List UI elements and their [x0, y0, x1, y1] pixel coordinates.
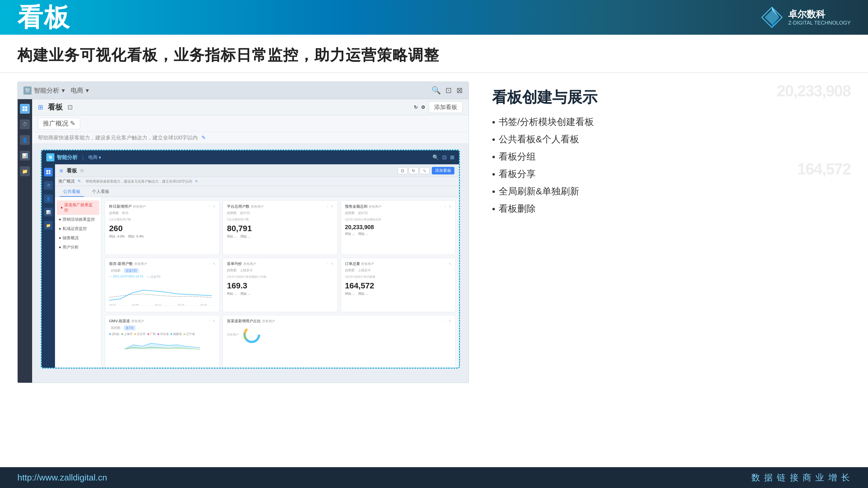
- right-panel-content: 20,233,908 164,572 看板创建与展示 书签/分析模块创建看板 公…: [492, 87, 850, 215]
- card2-header: 平台总用户数 所有用户 ⋮ ⤡: [227, 204, 333, 209]
- card8-ctrl1[interactable]: ⋮: [444, 319, 447, 323]
- inner-nav-module[interactable]: 电商 ▾: [88, 155, 101, 161]
- legend1: — 2021-10-07/2021-10-13: [109, 275, 143, 279]
- sidebar-icon-clock[interactable]: ⏱: [20, 120, 30, 129]
- card8-ctrl2[interactable]: ⤡: [448, 319, 451, 323]
- date-tab-7d[interactable]: 近7日: [124, 325, 135, 330]
- card6-header: 订单总量 所有用户 ⋮ ⤡: [345, 261, 451, 266]
- date-tab-bar[interactable]: 面积图: [109, 325, 122, 330]
- card5-change: 环比 ... 同比 ...: [227, 292, 333, 296]
- card1-subtitle: 所有用户: [133, 205, 146, 208]
- logo-icon: [760, 6, 783, 29]
- sub-item-sample[interactable]: 抽查概况: [55, 233, 101, 243]
- close-icon[interactable]: ⊠: [457, 86, 463, 95]
- card-gmv: GMV-按渠道 所有用户 ⋮ ⤡: [105, 315, 220, 368]
- inner-nav: 智 智能分析 | 电商 ▾ 🔍 ⊡: [42, 151, 459, 164]
- card2-value: 80,791: [227, 224, 333, 233]
- card5-ctrl2[interactable]: ⤡: [331, 262, 334, 265]
- date-tab-7days[interactable]: 过去7日: [124, 268, 138, 273]
- inner-close-icon[interactable]: ⊠: [450, 154, 455, 161]
- subtitle-text: 构建业务可视化看板，业务指标日常监控，助力运营策略调整: [18, 46, 439, 63]
- card1-ctrl1[interactable]: ⋮: [208, 204, 211, 208]
- card4-subtitle: 所有用户: [134, 262, 147, 265]
- sub-item-channel[interactable]: 渠道推广效果监控: [57, 200, 99, 215]
- date-tab-period[interactable]: 折线图: [109, 268, 122, 273]
- sidebar-icon-chart[interactable]: 📊: [20, 151, 30, 161]
- card2-meta: 趋势图 近67日: [227, 211, 333, 215]
- inner-desc-edit: ✎: [195, 180, 198, 184]
- sub-item-user[interactable]: 用户分析: [55, 243, 101, 252]
- card1-metric: 1次注册的用户数: [109, 218, 215, 222]
- footer: http://www.zalldigital.cn 数 据 链 接 商 业 增 …: [0, 467, 868, 488]
- refresh-icon[interactable]: ↻: [414, 104, 417, 110]
- sub-item-private[interactable]: 私域运营监控: [55, 224, 101, 233]
- inner-icon-btn-2[interactable]: ↻: [409, 167, 418, 174]
- inner-edit-icon: ⊡: [81, 168, 84, 173]
- svg-text:10-13: 10-13: [178, 304, 184, 306]
- feature-item-2: 看板分组: [492, 151, 850, 163]
- card3-subtitle: 所有用户: [369, 205, 381, 208]
- inner-sidebar-5[interactable]: 📁: [44, 221, 53, 230]
- card1-header: 昨日新增用户 所有用户 ⋮ ⤡: [109, 204, 215, 209]
- card1-controls: ⋮ ⤡: [208, 204, 215, 208]
- card4-controls: ⋮ ⤡: [208, 262, 215, 265]
- card2-ctrl1[interactable]: ⋮: [326, 204, 329, 208]
- inner-sidebar-4[interactable]: 📊: [44, 208, 53, 216]
- sidebar-icon-user[interactable]: 👤: [20, 135, 30, 145]
- inner-board-icon: ⊞: [60, 168, 63, 173]
- svg-rect-4: [23, 106, 25, 108]
- card4-ctrl1[interactable]: ⋮: [208, 262, 211, 265]
- inner-icon-btn-1[interactable]: ⊡: [398, 167, 407, 174]
- nav-smart-analysis[interactable]: 智 智能分析 ▾: [24, 86, 65, 95]
- inner-add-board-btn[interactable]: 添加看板: [432, 167, 455, 174]
- card-avg-price: 首单均价 所有用户 ⋮ ⤡: [223, 258, 338, 312]
- inner-sub-layout: 渠道推广效果监控 营销活动效果监控: [55, 197, 459, 368]
- svg-rect-11: [49, 172, 50, 174]
- tab-public-board[interactable]: 公共看板: [60, 188, 84, 197]
- outer-content-bar: ⊞ 看板 ⊡ ↻ ⚙ 添加看板: [32, 99, 469, 116]
- tab-personal-board[interactable]: 个人看板: [89, 188, 113, 197]
- search-icon[interactable]: 🔍: [432, 86, 441, 95]
- sidebar-icon-board[interactable]: [20, 104, 30, 114]
- card6-ctrl2[interactable]: ⤡: [448, 262, 451, 265]
- card1-ctrl2[interactable]: ⤡: [213, 204, 215, 208]
- tab-promotion[interactable]: 推广概况 ✎: [38, 118, 80, 129]
- card7-ctrl1[interactable]: ⋮: [208, 319, 211, 323]
- card4-ctrl2[interactable]: ⤡: [213, 262, 215, 265]
- card3-ctrl1[interactable]: ⋮: [444, 204, 447, 208]
- outer-body: ⏱ 👤 📊 📁 ⊞ 看板 ⊡ ↻ ⚙ 添加看板: [18, 99, 469, 383]
- inner-sidebar-2[interactable]: ⏱: [44, 181, 53, 190]
- inner-sidebar-3[interactable]: 👤: [44, 194, 53, 203]
- inner-sidebar-board[interactable]: [44, 168, 53, 176]
- card1-change: 环比 -4.0% 同比 -5.4%: [109, 234, 215, 239]
- card6-ctrl1[interactable]: ⋮: [444, 262, 447, 265]
- inner-top-bar: ⊞ 看板 ⊡ ⊡ ↻ ⤡: [55, 164, 459, 177]
- inner-logo: 智: [46, 153, 54, 161]
- card6-metric: 1次付订款的订单总数量: [345, 275, 451, 279]
- card8-subtitle: 所有用户: [262, 319, 275, 323]
- card3-ctrl2[interactable]: ⤡: [448, 204, 451, 208]
- bg-number-2: 164,572: [797, 160, 850, 178]
- outer-tab-row: 推广概况 ✎: [32, 116, 469, 132]
- settings-icon[interactable]: ⚙: [421, 104, 425, 110]
- svg-rect-9: [49, 170, 50, 172]
- outer-sidebar: ⏱ 👤 📊 📁: [18, 99, 32, 383]
- card2-ctrl2[interactable]: ⤡: [331, 204, 334, 208]
- sidebar-icon-folder[interactable]: 📁: [20, 166, 30, 176]
- card5-ctrl1[interactable]: ⋮: [326, 262, 329, 265]
- card7-ctrl2[interactable]: ⤡: [213, 319, 215, 323]
- nav-report[interactable]: 电商 ▾: [71, 86, 89, 95]
- card2-controls: ⋮ ⤡: [326, 204, 334, 208]
- card3-change2: 同比 ...: [358, 232, 368, 236]
- panel-tabs: 公共看板 个人看板: [55, 186, 459, 197]
- card1-meta2: 昨日: [122, 211, 128, 215]
- sub-item-marketing[interactable]: 营销活动效果监控: [55, 215, 101, 224]
- card1-title: 昨日新增用户: [109, 204, 132, 208]
- card1-change2: 同比 -5.4%: [128, 234, 144, 239]
- grid-icon[interactable]: ⊡: [445, 86, 452, 95]
- header-title: 看板: [18, 0, 71, 35]
- add-board-button[interactable]: 添加看板: [429, 101, 463, 113]
- inner-search-icon[interactable]: 🔍: [432, 154, 439, 161]
- inner-grid-icon[interactable]: ⊡: [442, 154, 446, 161]
- inner-icon-btn-3[interactable]: ⤡: [420, 167, 430, 174]
